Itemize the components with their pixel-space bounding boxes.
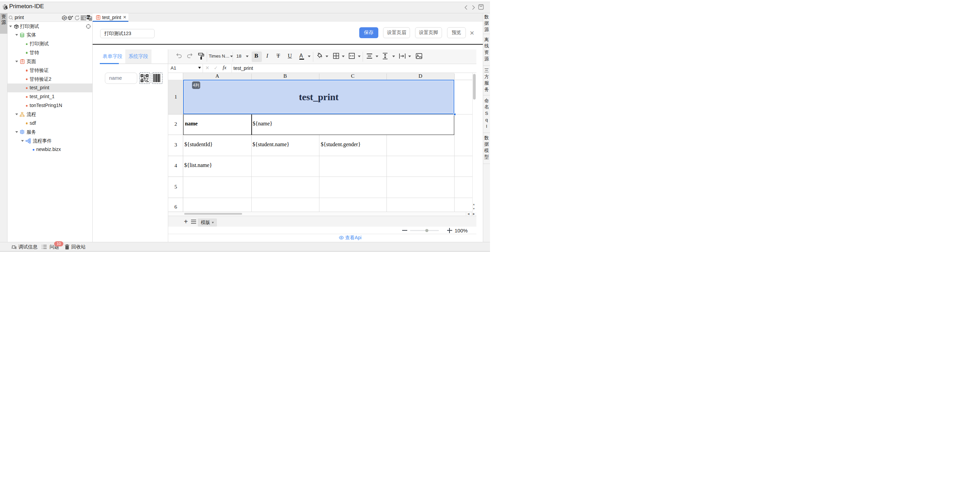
svg-text:文: 文 bbox=[89, 18, 92, 21]
svg-text:AI: AI bbox=[63, 17, 66, 19]
